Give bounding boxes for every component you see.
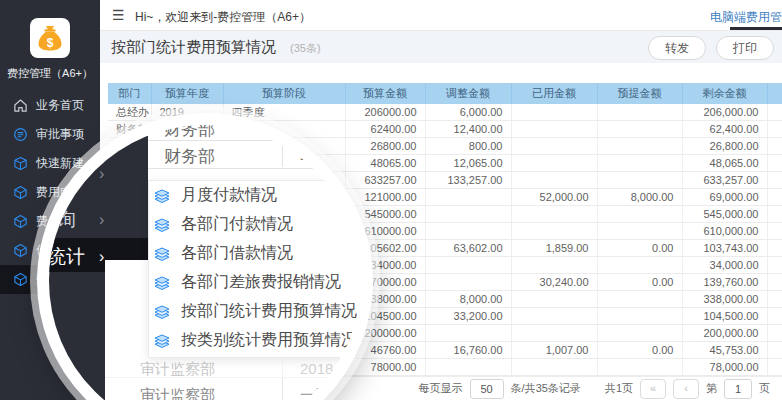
records-label: 条/共35条记录: [511, 381, 581, 396]
magnifier-content: 请 › 查询 › 据统计 › 财务部 财务部 2019 月度付款情: [49, 125, 361, 400]
app-logo[interactable]: $: [30, 18, 70, 58]
print-button[interactable]: 打印: [716, 36, 774, 60]
table-cell: [511, 308, 597, 325]
table-cell: 12,065.00: [425, 155, 511, 172]
table-cell: 8,000.00: [425, 291, 511, 308]
table-cell: 52,000.00: [511, 189, 597, 206]
topbar: ☰ Hi~，欢迎来到-费控管理（A6+） 电脑端费用管: [100, 0, 782, 31]
hamburger-menu-icon[interactable]: ☰: [112, 7, 125, 23]
layers-icon: [149, 186, 181, 206]
menu-item-label: 各部门付款情况: [181, 214, 293, 235]
table-cell: 34,000.00: [682, 257, 767, 274]
table-cell: [511, 138, 597, 155]
menu-item-按类别统计费用预算情况[interactable]: 按类别统计费用预算情况: [149, 326, 361, 355]
welcome-text: Hi~，欢迎来到-费控管理（A6+）: [135, 9, 311, 26]
table-cell: 0.00: [597, 342, 682, 359]
table-cell: [511, 223, 597, 240]
table-cell: 62400.00: [345, 121, 425, 138]
table-cell: 48065.00: [345, 155, 425, 172]
magnified-sidebar-item-fragment[interactable]: 查询: [49, 207, 76, 233]
year-cell: 2018: [300, 360, 333, 377]
column-header: 部门: [108, 83, 151, 104]
page-prefix: 第: [706, 381, 717, 396]
statistics-popup-menu: 月度付款情况各部门付款情况各部门借款情况各部门差旅费报销情况按部门统计费用预算情…: [148, 180, 361, 358]
column-header: 预算年度: [151, 83, 223, 104]
table-cell: 133,257.00: [425, 172, 511, 189]
menu-item-按部门统计费用预算情况[interactable]: 按部门统计费用预算情况: [149, 297, 361, 326]
table-cell: 78,000.00: [682, 359, 767, 376]
table-cell: 338,000.00: [682, 291, 767, 308]
table-cell: 633257.00: [345, 172, 425, 189]
cube-icon: [13, 272, 28, 287]
menu-item-各部门借款情况[interactable]: 各部门借款情况: [149, 239, 361, 268]
menu-item-月度付款情况[interactable]: 月度付款情况: [149, 181, 361, 210]
page-suffix: 页: [759, 381, 770, 396]
menu-item-各部门差旅费报销情况[interactable]: 各部门差旅费报销情况: [149, 268, 361, 297]
chevron-right-icon: ›: [99, 248, 104, 266]
record-count-badge: (35条): [290, 41, 321, 56]
magnified-table-rows-bottom: 审计监察部 2018 审计监察部 一季度: [105, 358, 361, 400]
layers-icon: [149, 244, 181, 264]
table-cell: 610,000.00: [682, 223, 767, 240]
dept-cell: 财务部: [164, 125, 215, 141]
table-cell: 800.00: [425, 138, 511, 155]
table-cell: 0.00: [597, 240, 682, 257]
table-cell: 62,400.00: [682, 121, 767, 138]
table-cell: 0.00: [597, 274, 682, 291]
approval-icon: [13, 127, 28, 142]
column-header: 剩余金额: [682, 83, 767, 104]
table-cell: 30,240.00: [511, 274, 597, 291]
column-header: 调整金额: [425, 83, 511, 104]
menu-item-各部门付款情况[interactable]: 各部门付款情况: [149, 210, 361, 239]
table-header-row: 部门预算年度预算阶段预算金额调整金额已用金额预提金额剩余金额: [108, 83, 782, 104]
table-cell: [597, 359, 682, 376]
cube-icon: [13, 214, 28, 229]
tab-pc-expense[interactable]: 电脑端费用管: [710, 9, 782, 26]
page-number-input[interactable]: 1: [724, 379, 752, 399]
table-cell: [425, 257, 511, 274]
sidebar-item-审批事项[interactable]: 审批事项: [0, 120, 100, 149]
table-cell: [597, 206, 682, 223]
first-page-button[interactable]: «: [640, 379, 666, 399]
table-cell: 103,743.00: [682, 240, 767, 257]
table-cell: [597, 291, 682, 308]
table-cell: 48,065.00: [682, 155, 767, 172]
table-cell: 8,000.00: [597, 189, 682, 206]
table-cell: [511, 325, 597, 342]
layers-icon: [149, 273, 181, 293]
table-cell: [511, 155, 597, 172]
dept-cell: 审计监察部: [140, 360, 215, 379]
table-cell: 1,007.00: [511, 342, 597, 359]
table-cell: 16,760.00: [425, 342, 511, 359]
column-header: 已用金额: [511, 83, 597, 104]
table-cell: [597, 172, 682, 189]
column-header: 预提金额: [597, 83, 682, 104]
table-cell: 78000.00: [345, 359, 425, 376]
table-cell: [511, 206, 597, 223]
magnified-sidebar-item-fragment[interactable]: 据统计: [49, 244, 85, 270]
table-row: 审计监察部 一季度: [105, 378, 361, 400]
prev-page-button[interactable]: ‹: [673, 379, 699, 399]
table-cell: [425, 223, 511, 240]
sidebar-item-业务首页[interactable]: 业务首页: [0, 91, 100, 120]
table-cell: 26800.00: [345, 138, 425, 155]
dept-cell: 审计监察部: [140, 386, 215, 400]
per-page-input[interactable]: 50: [470, 379, 504, 399]
table-cell: 1,859.00: [511, 240, 597, 257]
page-header: 按部门统计费用预算情况 (35条) 转发 打印: [100, 31, 782, 63]
table-cell: [425, 206, 511, 223]
table-row: 审计监察部 2018: [105, 358, 361, 378]
table-cell: [597, 104, 682, 121]
forward-button[interactable]: 转发: [648, 36, 706, 60]
table-cell: 633,257.00: [682, 172, 767, 189]
table-cell: [597, 308, 682, 325]
table-cell: 200,000.00: [682, 325, 767, 342]
layers-icon: [149, 215, 181, 235]
page-title: 按部门统计费用预算情况: [111, 38, 276, 57]
menu-item-label: 按部门统计费用预算情况: [181, 301, 357, 322]
table-cell: 69,000.00: [682, 189, 767, 206]
svg-text:$: $: [47, 36, 54, 50]
table-cell: [511, 359, 597, 376]
create-icon: [13, 156, 28, 171]
menu-item-label: 按类别统计费用预算情况: [181, 330, 357, 351]
